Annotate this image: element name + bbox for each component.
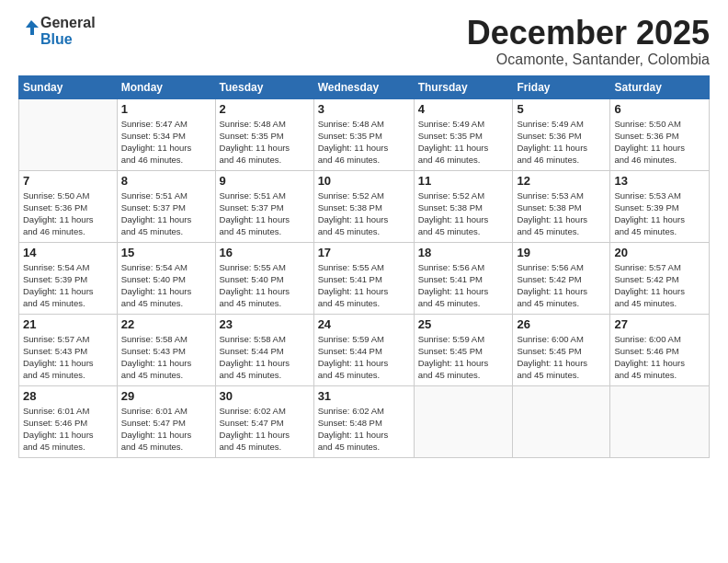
day-number: 14: [23, 246, 113, 259]
logo-blue: Blue: [40, 31, 96, 48]
day-info: Sunrise: 5:51 AM Sunset: 5:37 PM Dayligh…: [220, 190, 310, 238]
day-info: Sunrise: 5:52 AM Sunset: 5:38 PM Dayligh…: [418, 190, 509, 238]
day-number: 6: [614, 102, 705, 116]
day-info: Sunrise: 5:56 AM Sunset: 5:42 PM Dayligh…: [517, 261, 606, 310]
day-number: 19: [517, 246, 606, 259]
day-number: 24: [318, 317, 410, 331]
calendar-cell: 10Sunrise: 5:52 AM Sunset: 5:38 PM Dayli…: [313, 170, 414, 242]
calendar-day-header: Thursday: [414, 75, 513, 98]
day-info: Sunrise: 5:48 AM Sunset: 5:35 PM Dayligh…: [318, 118, 410, 167]
day-number: 5: [517, 102, 606, 116]
calendar-day-header: Saturday: [610, 75, 710, 98]
logo-general: General: [40, 15, 96, 31]
day-number: 13: [614, 174, 705, 188]
title-block: December 2025 Ocamonte, Santander, Colom…: [467, 15, 710, 68]
calendar-cell: [19, 98, 118, 170]
day-info: Sunrise: 5:59 AM Sunset: 5:45 PM Dayligh…: [418, 333, 509, 382]
day-number: 10: [318, 174, 410, 188]
day-number: 9: [220, 174, 310, 188]
calendar-cell: 25Sunrise: 5:59 AM Sunset: 5:45 PM Dayli…: [414, 314, 513, 385]
day-info: Sunrise: 5:58 AM Sunset: 5:43 PM Dayligh…: [121, 333, 211, 382]
calendar-cell: 28Sunrise: 6:01 AM Sunset: 5:46 PM Dayli…: [19, 385, 118, 457]
calendar-week-row: 28Sunrise: 6:01 AM Sunset: 5:46 PM Dayli…: [19, 385, 710, 457]
day-info: Sunrise: 6:01 AM Sunset: 5:46 PM Dayligh…: [23, 405, 113, 454]
logo-bird-icon: [18, 18, 39, 44]
day-info: Sunrise: 5:59 AM Sunset: 5:44 PM Dayligh…: [318, 333, 410, 382]
calendar-cell: 17Sunrise: 5:55 AM Sunset: 5:41 PM Dayli…: [313, 242, 414, 314]
day-info: Sunrise: 5:53 AM Sunset: 5:39 PM Dayligh…: [614, 190, 705, 238]
calendar-day-header: Friday: [513, 75, 610, 98]
calendar-cell: [513, 385, 610, 457]
day-info: Sunrise: 6:02 AM Sunset: 5:47 PM Dayligh…: [220, 405, 310, 454]
calendar-cell: 16Sunrise: 5:55 AM Sunset: 5:40 PM Dayli…: [215, 242, 313, 314]
calendar-cell: 4Sunrise: 5:49 AM Sunset: 5:35 PM Daylig…: [414, 98, 513, 170]
calendar-cell: 19Sunrise: 5:56 AM Sunset: 5:42 PM Dayli…: [513, 242, 610, 314]
calendar-cell: 1Sunrise: 5:47 AM Sunset: 5:34 PM Daylig…: [117, 98, 215, 170]
calendar-week-row: 21Sunrise: 5:57 AM Sunset: 5:43 PM Dayli…: [19, 314, 710, 385]
day-number: 26: [517, 317, 606, 331]
calendar-day-header: Monday: [117, 75, 215, 98]
day-info: Sunrise: 5:55 AM Sunset: 5:40 PM Dayligh…: [220, 261, 310, 310]
calendar-cell: [414, 385, 513, 457]
day-number: 21: [23, 317, 113, 331]
day-info: Sunrise: 6:00 AM Sunset: 5:46 PM Dayligh…: [614, 333, 705, 382]
day-number: 8: [121, 174, 211, 188]
calendar-cell: 11Sunrise: 5:52 AM Sunset: 5:38 PM Dayli…: [414, 170, 513, 242]
day-info: Sunrise: 5:53 AM Sunset: 5:38 PM Dayligh…: [517, 190, 606, 238]
calendar-header-row: SundayMondayTuesdayWednesdayThursdayFrid…: [19, 75, 710, 98]
day-info: Sunrise: 5:50 AM Sunset: 5:36 PM Dayligh…: [23, 190, 113, 238]
logo: General Blue: [18, 15, 96, 47]
day-number: 27: [614, 317, 705, 331]
day-number: 15: [121, 246, 211, 259]
day-number: 16: [220, 246, 310, 259]
calendar-cell: 23Sunrise: 5:58 AM Sunset: 5:44 PM Dayli…: [215, 314, 313, 385]
calendar-cell: 20Sunrise: 5:57 AM Sunset: 5:42 PM Dayli…: [610, 242, 710, 314]
calendar-cell: 26Sunrise: 6:00 AM Sunset: 5:45 PM Dayli…: [513, 314, 610, 385]
calendar-cell: 9Sunrise: 5:51 AM Sunset: 5:37 PM Daylig…: [215, 170, 313, 242]
calendar-cell: 30Sunrise: 6:02 AM Sunset: 5:47 PM Dayli…: [215, 385, 313, 457]
subtitle: Ocamonte, Santander, Colombia: [467, 52, 710, 68]
calendar-cell: 6Sunrise: 5:50 AM Sunset: 5:36 PM Daylig…: [610, 98, 710, 170]
calendar-week-row: 7Sunrise: 5:50 AM Sunset: 5:36 PM Daylig…: [19, 170, 710, 242]
calendar-cell: 31Sunrise: 6:02 AM Sunset: 5:48 PM Dayli…: [313, 385, 414, 457]
day-info: Sunrise: 5:51 AM Sunset: 5:37 PM Dayligh…: [121, 190, 211, 238]
day-info: Sunrise: 5:55 AM Sunset: 5:41 PM Dayligh…: [318, 261, 410, 310]
day-number: 28: [23, 389, 113, 403]
day-number: 31: [318, 389, 410, 403]
calendar-week-row: 1Sunrise: 5:47 AM Sunset: 5:34 PM Daylig…: [19, 98, 710, 170]
day-number: 20: [614, 246, 705, 259]
calendar-cell: 15Sunrise: 5:54 AM Sunset: 5:40 PM Dayli…: [117, 242, 215, 314]
calendar-body: 1Sunrise: 5:47 AM Sunset: 5:34 PM Daylig…: [19, 98, 710, 457]
day-number: 12: [517, 174, 606, 188]
day-info: Sunrise: 5:47 AM Sunset: 5:34 PM Dayligh…: [121, 118, 211, 167]
calendar-cell: 18Sunrise: 5:56 AM Sunset: 5:41 PM Dayli…: [414, 242, 513, 314]
calendar-cell: 8Sunrise: 5:51 AM Sunset: 5:37 PM Daylig…: [117, 170, 215, 242]
calendar-cell: 12Sunrise: 5:53 AM Sunset: 5:38 PM Dayli…: [513, 170, 610, 242]
calendar-cell: 7Sunrise: 5:50 AM Sunset: 5:36 PM Daylig…: [19, 170, 118, 242]
day-number: 4: [418, 102, 509, 116]
day-number: 25: [418, 317, 509, 331]
calendar-cell: 14Sunrise: 5:54 AM Sunset: 5:39 PM Dayli…: [19, 242, 118, 314]
day-info: Sunrise: 5:49 AM Sunset: 5:35 PM Dayligh…: [418, 118, 509, 167]
calendar-table: SundayMondayTuesdayWednesdayThursdayFrid…: [18, 75, 710, 458]
day-number: 23: [220, 317, 310, 331]
day-info: Sunrise: 5:48 AM Sunset: 5:35 PM Dayligh…: [220, 118, 310, 167]
calendar-day-header: Sunday: [19, 75, 118, 98]
day-number: 30: [220, 389, 310, 403]
day-number: 7: [23, 174, 113, 188]
main-title: December 2025: [467, 15, 710, 52]
day-info: Sunrise: 6:01 AM Sunset: 5:47 PM Dayligh…: [121, 405, 211, 454]
calendar-cell: [610, 385, 710, 457]
calendar-cell: 2Sunrise: 5:48 AM Sunset: 5:35 PM Daylig…: [215, 98, 313, 170]
calendar-cell: 21Sunrise: 5:57 AM Sunset: 5:43 PM Dayli…: [19, 314, 118, 385]
day-number: 18: [418, 246, 509, 259]
day-number: 1: [121, 102, 211, 116]
day-info: Sunrise: 5:57 AM Sunset: 5:43 PM Dayligh…: [23, 333, 113, 382]
day-info: Sunrise: 5:54 AM Sunset: 5:39 PM Dayligh…: [23, 261, 113, 310]
calendar-cell: 24Sunrise: 5:59 AM Sunset: 5:44 PM Dayli…: [313, 314, 414, 385]
day-info: Sunrise: 6:02 AM Sunset: 5:48 PM Dayligh…: [318, 405, 410, 454]
calendar-cell: 29Sunrise: 6:01 AM Sunset: 5:47 PM Dayli…: [117, 385, 215, 457]
day-info: Sunrise: 5:57 AM Sunset: 5:42 PM Dayligh…: [614, 261, 705, 310]
day-number: 11: [418, 174, 509, 188]
calendar-week-row: 14Sunrise: 5:54 AM Sunset: 5:39 PM Dayli…: [19, 242, 710, 314]
